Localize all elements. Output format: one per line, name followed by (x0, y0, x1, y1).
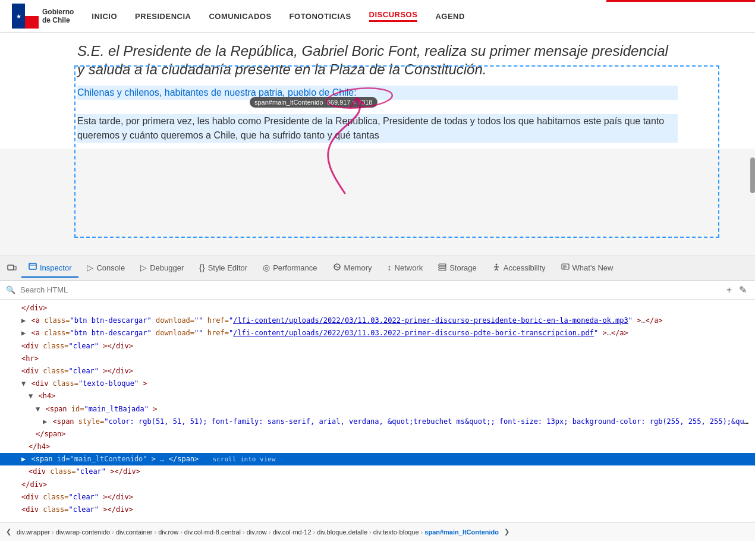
debugger-icon: ▷ (140, 263, 147, 272)
inspector-svg (29, 263, 37, 271)
responsive-design-button[interactable] (4, 261, 20, 275)
search-input[interactable] (20, 285, 719, 294)
tab-whats-new[interactable]: What's New (554, 259, 621, 278)
html-line[interactable]: ▼ <div class="texto-bloque" > (0, 377, 755, 390)
html-line: </h4> (0, 441, 755, 453)
accessibility-icon (492, 263, 501, 273)
tab-network[interactable]: ↕ Network (380, 259, 430, 277)
inspector-icon (29, 263, 37, 273)
breadcrumb-wrap-contenido[interactable]: div.wrap-contenido (56, 528, 111, 536)
breadcrumb-row1[interactable]: div.row (158, 528, 178, 536)
breadcrumb-row2[interactable]: div.row (247, 528, 267, 536)
breadcrumb-sep: › (369, 528, 372, 536)
svg-rect-6 (439, 264, 446, 266)
tab-performance[interactable]: ◎ Performance (256, 259, 324, 277)
nav-inicio[interactable]: INICIO (92, 12, 117, 21)
breadcrumb-col-md-12[interactable]: div.col-md-12 (272, 528, 311, 536)
tab-inspector-label: Inspector (40, 263, 71, 272)
whats-new-icon (561, 263, 570, 273)
add-node-button[interactable]: + (724, 283, 734, 297)
logo-area: ★ Gobierno de Chile (12, 4, 74, 29)
breadcrumb-sep: › (421, 528, 423, 536)
svg-point-9 (495, 263, 497, 265)
html-line[interactable]: ▼ <span id="main_ltBajada" > (0, 403, 755, 416)
storage-svg (438, 263, 446, 271)
html-line[interactable]: ▶ <span style="color: rgb(51, 51, 51); f… (0, 416, 755, 428)
html-line[interactable]: ▶ <a class="btn btn-descargar" download=… (0, 314, 755, 327)
performance-icon: ◎ (263, 263, 270, 272)
html-line: <div class="clear" ></div> (0, 365, 755, 377)
html-line: <div class="clear" ></div> (0, 465, 755, 478)
svg-rect-7 (439, 266, 446, 268)
breadcrumb-div-wrapper[interactable]: div.wrapper (17, 528, 50, 536)
html-line: </div> (0, 302, 755, 314)
tab-debugger[interactable]: ▷ Debugger (133, 259, 191, 277)
nav-presidencia[interactable]: PRESIDENCIA (135, 12, 191, 21)
svg-rect-3 (29, 263, 36, 269)
svg-rect-8 (439, 269, 446, 270)
website-preview: ★ Gobierno de Chile INICIO PRESIDENCIA C… (0, 0, 755, 256)
breadcrumb-sep: › (154, 528, 156, 536)
breadcrumb-span-active[interactable]: span#main_ltContenido (424, 528, 499, 536)
html-search-bar: 🔍 + ✎ (0, 281, 755, 300)
site-content-area: S.E. el Presidente de la República, Gabr… (0, 33, 755, 149)
tab-inspector[interactable]: Inspector (21, 259, 78, 278)
html-line: </div> (0, 479, 755, 491)
responsive-icon (7, 263, 17, 273)
tab-style-editor[interactable]: {} Style Editor (192, 259, 254, 277)
html-line: <div class="clear" ></div> (0, 340, 755, 353)
breadcrumb-sep: › (269, 528, 271, 536)
html-line: <hr> (0, 353, 755, 365)
tab-accessibility[interactable]: Accessibility (485, 259, 553, 278)
search-actions: + ✎ (724, 283, 749, 297)
nav-fotonoticias[interactable]: FOTONOTICIAS (290, 12, 351, 21)
memory-icon (333, 263, 341, 273)
tab-performance-label: Performance (273, 263, 317, 272)
site-header: ★ Gobierno de Chile INICIO PRESIDENCIA C… (0, 0, 755, 33)
tab-accessibility-label: Accessibility (504, 263, 546, 272)
chile-flag: ★ (12, 4, 39, 29)
console-icon: ▷ (87, 263, 93, 272)
whats-new-svg (561, 263, 570, 271)
header-red-bar (606, 0, 755, 2)
tab-storage[interactable]: Storage (431, 259, 484, 278)
search-icon: 🔍 (6, 285, 15, 294)
devtools-panel: 🔍 + ✎ </div> ▶ <a class="btn btn-descarg… (0, 281, 755, 541)
element-tooltip: span#main_ltContenido 669.917 × 7318 (250, 97, 378, 108)
html-line: <div class="clear" ></div> (0, 504, 755, 516)
breadcrumb-bloque-detalle[interactable]: div.bloque.detalle (317, 528, 367, 536)
breadcrumb-texto-bloque[interactable]: div.texto-bloque (373, 528, 419, 536)
article-para1: Chilenas y chilenos, habitantes de nuest… (77, 86, 678, 100)
network-icon: ↕ (388, 263, 392, 272)
breadcrumb-sep: › (180, 528, 183, 536)
tab-style-editor-label: Style Editor (208, 263, 247, 272)
site-nav: INICIO PRESIDENCIA COMUNICADOS FOTONOTIC… (92, 10, 743, 22)
breadcrumb: ❮ div.wrapper › div.wrap-contenido › div… (0, 522, 755, 541)
breadcrumb-container[interactable]: div.container (116, 528, 153, 536)
tab-storage-label: Storage (449, 263, 477, 272)
tab-debugger-label: Debugger (150, 263, 184, 272)
breadcrumb-left-arrow[interactable]: ❮ (6, 528, 11, 536)
article-title: S.E. el Presidente de la República, Gabr… (77, 42, 678, 78)
breadcrumb-sep: › (52, 528, 54, 536)
nav-comunicados[interactable]: COMUNICADOS (209, 12, 271, 21)
tab-network-label: Network (395, 263, 423, 272)
tab-console[interactable]: ▷ Console (80, 259, 132, 277)
right-scrollbar[interactable] (750, 158, 755, 193)
svg-line-13 (496, 269, 498, 270)
accessibility-svg (492, 263, 501, 271)
breadcrumb-sep: › (313, 528, 316, 536)
devtools-toolbar: Inspector ▷ Console ▷ Debugger {} Style … (0, 256, 755, 281)
html-line[interactable]: ▼ <h4> (0, 390, 755, 402)
breadcrumb-col-central[interactable]: div.col-md-8.central (184, 528, 241, 536)
nav-discursos[interactable]: DISCURSOS (369, 10, 418, 22)
tab-memory[interactable]: Memory (326, 259, 379, 278)
edit-html-button[interactable]: ✎ (737, 283, 749, 297)
breadcrumb-right-arrow[interactable]: ❯ (504, 528, 509, 536)
nav-agenda[interactable]: AGEND (435, 12, 464, 21)
html-line-selected[interactable]: ▶ <span id="main_ltContenido" > … </span… (0, 453, 755, 465)
html-content[interactable]: </div> ▶ <a class="btn btn-descargar" do… (0, 300, 755, 522)
breadcrumb-sep: › (243, 528, 245, 536)
html-line[interactable]: ▶ <a class="btn btn-descargar" download=… (0, 327, 755, 339)
tab-whats-new-label: What's New (572, 263, 614, 272)
